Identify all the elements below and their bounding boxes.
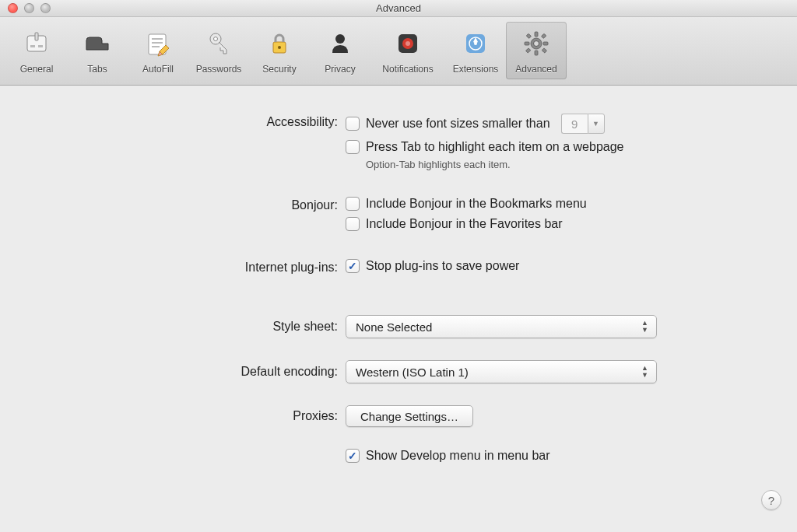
checkbox-never-font-size[interactable]: [346, 117, 360, 131]
stop-plugins-label: Stop plug-ins to save power: [366, 259, 519, 273]
bonjour-favorites-label: Include Bonjour in the Favorites bar: [366, 217, 563, 231]
tab-advanced[interactable]: Advanced: [506, 22, 567, 79]
tab-passwords-label: Passwords: [196, 64, 242, 75]
change-settings-button[interactable]: Change Settings…: [346, 405, 473, 427]
window-controls: [8, 3, 51, 13]
never-font-size-label: Never use font sizes smaller than: [366, 117, 550, 131]
row-accessibility: Accessibility: Never use font sizes smal…: [19, 114, 778, 175]
svg-rect-25: [542, 48, 546, 53]
tab-autofill[interactable]: AutoFill: [128, 22, 188, 79]
checkbox-show-develop-menu[interactable]: [346, 449, 360, 463]
minimize-icon[interactable]: [24, 3, 34, 13]
svg-point-12: [335, 34, 345, 44]
window-title: Advanced: [376, 2, 421, 14]
preferences-toolbar: General Tabs AutoFill: [0, 17, 797, 86]
svg-point-18: [474, 42, 477, 45]
checkbox-bonjour-bookmarks[interactable]: [346, 197, 360, 211]
svg-rect-20: [535, 32, 538, 37]
svg-point-15: [406, 41, 410, 46]
row-plugins: Internet plug-ins: Stop plug-ins to save…: [19, 259, 778, 279]
row-develop: Show Develop menu in menu bar: [19, 449, 778, 469]
press-tab-hint: Option-Tab highlights each item.: [366, 159, 778, 170]
tab-general-label: General: [20, 64, 54, 75]
svg-rect-2: [30, 45, 35, 47]
help-button[interactable]: ?: [761, 490, 781, 510]
tab-extensions[interactable]: Extensions: [445, 22, 506, 79]
row-proxies: Proxies: Change Settings…: [19, 405, 778, 427]
extensions-icon: [457, 25, 494, 62]
encoding-select[interactable]: Western (ISO Latin 1) ▲▼: [346, 360, 657, 383]
font-size-stepper[interactable]: 9 ▼: [561, 114, 605, 134]
stylesheet-select[interactable]: None Selected ▲▼: [346, 315, 657, 338]
tab-notifications-label: Notifications: [382, 64, 433, 75]
svg-rect-27: [525, 48, 530, 53]
tab-icon: [79, 25, 116, 62]
bonjour-bookmarks-label: Include Bonjour in the Bookmarks menu: [366, 197, 587, 211]
privacy-icon: [321, 25, 359, 62]
gear-icon: [518, 25, 555, 62]
checkbox-bonjour-favorites[interactable]: [346, 217, 360, 231]
chevron-down-icon[interactable]: ▼: [588, 114, 605, 134]
show-develop-label: Show Develop menu in menu bar: [366, 449, 550, 463]
tab-general[interactable]: General: [6, 22, 67, 79]
tab-tabs-label: Tabs: [87, 64, 107, 75]
plugins-label: Internet plug-ins:: [19, 259, 346, 275]
autofill-icon: [139, 25, 177, 62]
notifications-icon: [389, 25, 427, 62]
tab-passwords[interactable]: Passwords: [188, 22, 249, 79]
row-bonjour: Bonjour: Include Bonjour in the Bookmark…: [19, 197, 778, 237]
svg-rect-22: [525, 42, 529, 45]
checkbox-press-tab[interactable]: [346, 140, 360, 154]
font-size-value: 9: [561, 114, 588, 134]
svg-rect-21: [535, 51, 538, 55]
tab-tabs[interactable]: Tabs: [67, 22, 128, 79]
stylesheet-label: Style sheet:: [19, 315, 346, 334]
press-tab-label: Press Tab to highlight each item on a we…: [366, 140, 623, 154]
checkbox-stop-plugins[interactable]: [346, 259, 360, 273]
tab-extensions-label: Extensions: [453, 64, 499, 75]
select-arrows-icon: ▲▼: [641, 365, 648, 379]
row-encoding: Default encoding: Western (ISO Latin 1) …: [19, 360, 778, 383]
svg-point-9: [214, 37, 218, 41]
encoding-label: Default encoding:: [19, 360, 346, 379]
titlebar: Advanced: [0, 0, 797, 17]
accessibility-label: Accessibility:: [19, 114, 346, 129]
encoding-value: Western (ISO Latin 1): [356, 366, 469, 379]
tab-privacy[interactable]: Privacy: [310, 22, 370, 79]
help-icon: ?: [768, 494, 774, 507]
change-settings-label: Change Settings…: [360, 410, 458, 423]
svg-point-11: [278, 46, 281, 49]
advanced-pane: Accessibility: Never use font sizes smal…: [0, 86, 797, 469]
tab-notifications[interactable]: Notifications: [370, 22, 445, 79]
tab-privacy-label: Privacy: [325, 64, 355, 75]
select-arrows-icon: ▲▼: [641, 320, 648, 334]
svg-point-28: [534, 41, 539, 47]
row-stylesheet: Style sheet: None Selected ▲▼: [19, 315, 778, 338]
stylesheet-value: None Selected: [356, 320, 432, 334]
bonjour-label: Bonjour:: [19, 197, 346, 212]
tab-security[interactable]: Security: [249, 22, 310, 79]
svg-rect-24: [526, 33, 531, 38]
tab-advanced-label: Advanced: [515, 64, 556, 75]
svg-rect-26: [541, 33, 546, 38]
tab-autofill-label: AutoFill: [142, 64, 174, 75]
tab-security-label: Security: [262, 64, 296, 75]
proxies-label: Proxies:: [19, 405, 346, 423]
lock-icon: [261, 25, 298, 62]
key-icon: [200, 25, 237, 62]
zoom-icon[interactable]: [40, 3, 51, 13]
svg-rect-3: [38, 45, 43, 47]
svg-rect-23: [543, 42, 548, 45]
svg-rect-1: [35, 33, 38, 40]
switch-icon: [18, 25, 55, 62]
close-icon[interactable]: [8, 3, 18, 13]
